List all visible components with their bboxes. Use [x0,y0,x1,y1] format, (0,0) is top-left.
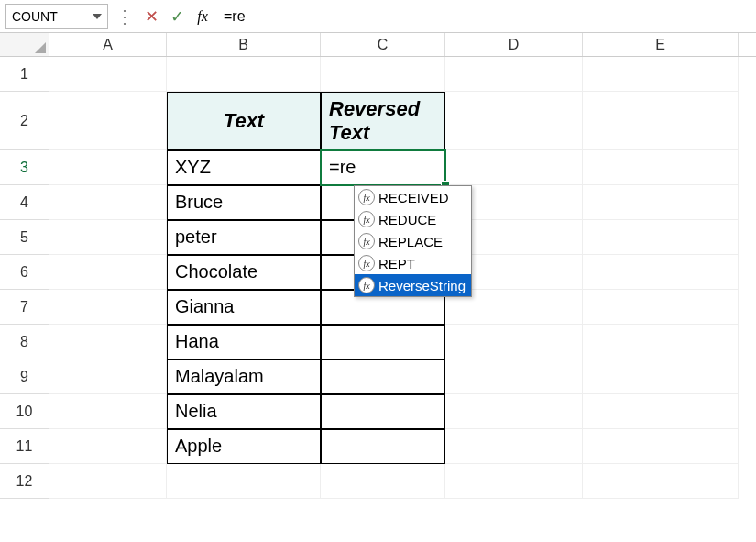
autocomplete-item[interactable]: fx REPT [355,252,471,274]
row-header[interactable]: 7 [0,290,49,325]
row-header[interactable]: 11 [0,429,49,464]
cell-A11[interactable] [49,429,167,464]
cell-A8[interactable] [49,325,167,359]
cell-C11[interactable] [321,429,445,464]
row-header[interactable]: 8 [0,325,49,359]
fx-icon: fx [197,8,208,25]
cell-A3[interactable] [49,150,167,185]
cell-A4[interactable] [49,185,167,220]
cell-C1[interactable] [321,57,445,92]
cell-C10[interactable] [321,394,445,429]
accept-button[interactable]: ✓ [167,6,187,28]
cell-E12[interactable] [583,464,739,499]
cell-D11[interactable] [445,429,583,464]
cell-C9[interactable] [321,359,445,394]
cell-B9[interactable]: Malayalam [167,359,321,394]
cell-D12[interactable] [445,464,583,499]
spreadsheet: A B C D E 1 2 Text Reversed Text [0,33,756,542]
select-all-corner[interactable] [0,33,49,56]
row-header[interactable]: 3 [0,150,49,185]
cell-E3[interactable] [583,150,739,185]
cell-E9[interactable] [583,359,739,394]
cell-C12[interactable] [321,464,445,499]
autocomplete-label: REPLACE [378,234,443,249]
cancel-button[interactable]: ✕ [141,6,161,28]
cell-A10[interactable] [49,394,167,429]
cell-B1[interactable] [167,57,321,92]
cell-A6[interactable] [49,255,167,290]
row-header[interactable]: 1 [0,57,49,92]
cell-A9[interactable] [49,359,167,394]
name-box-value: COUNT [12,9,58,24]
row: 11 Apple [0,429,756,464]
column-header-A[interactable]: A [49,33,167,56]
cell-A1[interactable] [49,57,167,92]
insert-function-button[interactable]: fx [192,6,213,28]
cell-C3[interactable]: =re [321,150,445,185]
fx-icon: fx [358,233,375,249]
autocomplete-item[interactable]: fx RECEIVED [355,186,471,208]
cell-B10[interactable]: Nelia [167,394,321,429]
formula-input-text: =re [224,8,246,25]
cell-B7[interactable]: Gianna [167,290,321,325]
formula-autocomplete[interactable]: fx RECEIVED fx REDUCE fx REPLACE fx REPT… [354,185,472,297]
column-header-D[interactable]: D [445,33,583,56]
formula-input[interactable]: =re [218,4,751,29]
cell-B5[interactable]: peter [167,220,321,255]
autocomplete-item[interactable]: fx REPLACE [355,230,471,252]
cell-E4[interactable] [583,185,739,220]
cell-D9[interactable] [445,359,583,394]
row-header[interactable]: 4 [0,185,49,220]
header-reversed[interactable]: Reversed Text [321,92,445,150]
fx-icon: fx [358,255,375,271]
column-header-E[interactable]: E [583,33,739,56]
chevron-down-icon[interactable] [93,14,102,19]
header-reversed-line2: Text [329,121,369,145]
cell-E5[interactable] [583,220,739,255]
row: 2 Text Reversed Text [0,92,756,150]
cell-D3[interactable] [445,150,583,185]
cell-B12[interactable] [167,464,321,499]
row: 1 [0,57,756,92]
row-header[interactable]: 2 [0,92,49,150]
cell-B6[interactable]: Chocolate [167,255,321,290]
cell-A2[interactable] [49,92,167,150]
header-reversed-line1: Reversed [329,97,420,121]
autocomplete-item[interactable]: fx REDUCE [355,208,471,230]
autocomplete-label: REPT [378,256,415,271]
cell-E1[interactable] [583,57,739,92]
cell-B4[interactable]: Bruce [167,185,321,220]
cell-E11[interactable] [583,429,739,464]
cell-E7[interactable] [583,290,739,325]
row-header[interactable]: 12 [0,464,49,499]
header-text[interactable]: Text [167,92,321,150]
row-header[interactable]: 6 [0,255,49,290]
autocomplete-item-selected[interactable]: fx ReverseString [355,274,471,296]
row-header[interactable]: 9 [0,359,49,394]
column-headers: A B C D E [0,33,756,57]
cell-D10[interactable] [445,394,583,429]
cell-B8[interactable]: Hana [167,325,321,359]
row-header[interactable]: 10 [0,394,49,429]
column-header-B[interactable]: B [167,33,321,56]
rows-container: 1 2 Text Reversed Text 3 XYZ [0,57,756,499]
cell-A5[interactable] [49,220,167,255]
formula-bar-row: COUNT ⋮ ✕ ✓ fx =re [0,0,756,33]
cell-A12[interactable] [49,464,167,499]
cell-D2[interactable] [445,92,583,150]
cell-C8[interactable] [321,325,445,359]
name-box[interactable]: COUNT [5,4,108,29]
cell-E10[interactable] [583,394,739,429]
cell-A7[interactable] [49,290,167,325]
cell-D1[interactable] [445,57,583,92]
cell-E6[interactable] [583,255,739,290]
column-header-C[interactable]: C [321,33,445,56]
header-text-label: Text [224,109,264,133]
cell-B11[interactable]: Apple [167,429,321,464]
cell-D8[interactable] [445,325,583,359]
row: 9 Malayalam [0,359,756,394]
cell-E2[interactable] [583,92,739,150]
cell-B3[interactable]: XYZ [167,150,321,185]
cell-E8[interactable] [583,325,739,359]
row-header[interactable]: 5 [0,220,49,255]
